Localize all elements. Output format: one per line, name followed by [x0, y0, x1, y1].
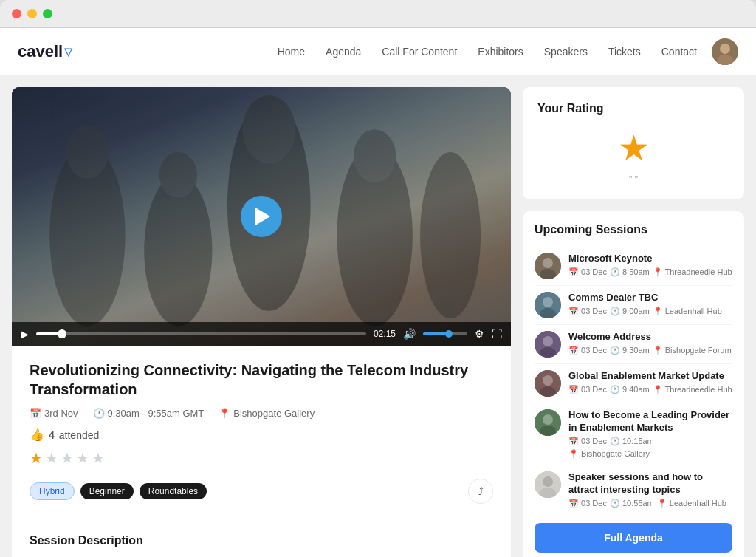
session-item-location: 📍 Bishopgate Gallery: [568, 449, 650, 459]
attendance-label: attended: [59, 429, 100, 441]
svg-point-12: [543, 258, 553, 268]
session-item-details: Comms Dealer TBC 📅 03 Dec 🕐 9:00am 📍 Lea…: [568, 292, 732, 316]
session-item-details: How to Become a Leading Provider in Enab…: [568, 409, 732, 459]
session-item-date: 📅 03 Dec: [568, 385, 607, 394]
star-5[interactable]: ★: [92, 449, 105, 467]
session-item-time: 🕐 9:40am: [610, 385, 650, 394]
svg-point-0: [720, 44, 730, 54]
session-title: Revolutionizing Connectivity: Navigating…: [30, 360, 493, 399]
session-item-meta: 📅 03 Dec 🕐 10:15am 📍 Bishopgate Gallery: [568, 437, 732, 459]
upcoming-sessions-title: Upcoming Sessions: [535, 223, 732, 236]
svg-point-1: [717, 55, 733, 65]
svg-point-18: [543, 336, 553, 346]
tag-roundtables[interactable]: Roundtables: [140, 483, 207, 499]
session-item-location: 📍 Leadenhall Hub: [653, 307, 722, 316]
fullscreen-icon[interactable]: ⛶: [492, 328, 502, 340]
session-list-item[interactable]: How to Become a Leading Provider in Enab…: [535, 403, 732, 465]
full-agenda-button[interactable]: Full Agenda: [535, 523, 732, 553]
user-avatar[interactable]: [712, 38, 738, 65]
session-info: Revolutionizing Connectivity: Navigating…: [12, 346, 511, 519]
session-item-name: Welcome Address: [568, 331, 732, 344]
session-list-item[interactable]: Comms Dealer TBC 📅 03 Dec 🕐 9:00am 📍 Lea…: [535, 286, 732, 325]
session-item-date: 📅 03 Dec: [568, 346, 607, 355]
svg-point-27: [543, 476, 553, 487]
progress-bar[interactable]: [36, 332, 366, 335]
rating-title: Your Rating: [537, 102, 729, 115]
session-meta: 📅 3rd Nov 🕐 9:30am - 9:55am GMT 📍 Bishop…: [30, 408, 493, 419]
close-button[interactable]: [12, 9, 21, 18]
nav-speakers[interactable]: Speakers: [544, 46, 588, 58]
session-item-location: 📍 Threadneedle Hub: [653, 385, 732, 394]
sessions-list: Microsoft Keynote 📅 03 Dec 🕐 8:50am 📍 Th…: [535, 247, 732, 514]
volume-icon[interactable]: 🔊: [403, 328, 416, 340]
minimize-button[interactable]: [27, 9, 37, 18]
play-button[interactable]: [241, 196, 282, 237]
nav-exhibitors[interactable]: Exhibitors: [478, 46, 523, 58]
nav-contact[interactable]: Contact: [662, 46, 697, 58]
session-item-details: Speaker sessions and how to attract inte…: [568, 471, 732, 508]
svg-point-24: [543, 414, 553, 425]
svg-point-7: [242, 95, 295, 163]
session-item-time: 🕐 8:50am: [610, 267, 650, 277]
nav-home[interactable]: Home: [278, 46, 305, 58]
speaker-avatar: [535, 292, 561, 318]
star-4[interactable]: ★: [76, 449, 89, 467]
session-list-item[interactable]: Welcome Address 📅 03 Dec 🕐 9:30am 📍 Bish…: [535, 325, 732, 364]
tag-hybrid[interactable]: Hybrid: [30, 482, 75, 500]
rating-quote: " ": [537, 174, 729, 185]
session-time: 🕐 9:30am - 9:55am GMT: [93, 408, 205, 419]
session-item-location: 📍 Threadneedle Hub: [653, 267, 732, 277]
share-button[interactable]: ⤴: [468, 479, 493, 504]
rating-star[interactable]: ★: [537, 127, 729, 168]
clock-icon: 🕐: [93, 408, 105, 419]
session-item-date: 📅 03 Dec: [568, 499, 607, 508]
video-controls: ▶ 02:15 🔊 ⚙ ⛶: [12, 322, 511, 346]
speaker-avatar: [535, 253, 561, 279]
nav-call-for-content[interactable]: Call For Content: [382, 46, 457, 58]
play-pause-button[interactable]: ▶: [21, 328, 29, 340]
session-tags: Hybrid Beginner Roundtables ⤴: [30, 479, 493, 504]
video-player[interactable]: ▶ 02:15 🔊 ⚙ ⛶: [12, 87, 511, 346]
app-window: cavell▽ Home Agenda Call For Content Exh…: [0, 0, 756, 557]
session-item-meta: 📅 03 Dec 🕐 9:00am 📍 Leadenhall Hub: [568, 307, 732, 316]
session-item-time: 🕐 9:00am: [610, 307, 650, 316]
volume-slider[interactable]: [423, 332, 467, 335]
location-icon: 📍: [219, 408, 230, 419]
speaker-avatar: [535, 331, 561, 358]
session-item-time: 🕐 9:30am: [610, 346, 650, 355]
session-item-date: 📅 03 Dec: [568, 437, 607, 446]
logo[interactable]: cavell▽: [18, 42, 72, 61]
svg-point-15: [543, 297, 553, 307]
settings-icon[interactable]: ⚙: [475, 328, 484, 340]
left-column: ▶ 02:15 🔊 ⚙ ⛶ Revolutionizing Connectivi…: [12, 87, 511, 557]
session-item-time: 🕐 10:55am: [610, 499, 654, 508]
session-item-name: Comms Dealer TBC: [568, 292, 732, 304]
logo-symbol: ▽: [64, 46, 72, 58]
star-3[interactable]: ★: [61, 449, 74, 467]
session-item-name: Global Enablement Market Update: [568, 370, 732, 383]
session-item-name: How to Become a Leading Provider in Enab…: [568, 409, 732, 434]
session-description: Session Description: [12, 519, 511, 557]
session-item-details: Global Enablement Market Update 📅 03 Dec…: [568, 370, 732, 394]
star-rating[interactable]: ★ ★ ★ ★ ★: [30, 449, 493, 467]
session-list-item[interactable]: Microsoft Keynote 📅 03 Dec 🕐 8:50am 📍 Th…: [535, 247, 732, 286]
session-item-location: 📍 Bishopgate Forum: [653, 346, 732, 355]
star-2[interactable]: ★: [45, 449, 58, 467]
tag-beginner[interactable]: Beginner: [80, 483, 134, 499]
session-item-location: 📍 Leadenhall Hub: [657, 499, 726, 508]
speaker-avatar: [535, 370, 561, 397]
svg-point-10: [420, 152, 481, 318]
svg-point-9: [354, 129, 396, 182]
nav-tickets[interactable]: Tickets: [608, 46, 641, 58]
nav-links: Home Agenda Call For Content Exhibitors …: [278, 46, 697, 58]
svg-point-21: [543, 375, 553, 386]
svg-point-5: [159, 152, 197, 197]
session-item-name: Speaker sessions and how to attract inte…: [568, 471, 732, 496]
session-list-item[interactable]: Speaker sessions and how to attract inte…: [535, 465, 732, 514]
maximize-button[interactable]: [43, 9, 52, 18]
thumbs-up-icon: 👍: [30, 428, 44, 442]
session-list-item[interactable]: Global Enablement Market Update 📅 03 Dec…: [535, 364, 732, 403]
nav-agenda[interactable]: Agenda: [326, 46, 361, 58]
session-item-meta: 📅 03 Dec 🕐 10:55am 📍 Leadenhall Hub: [568, 499, 732, 508]
star-1[interactable]: ★: [30, 449, 43, 467]
